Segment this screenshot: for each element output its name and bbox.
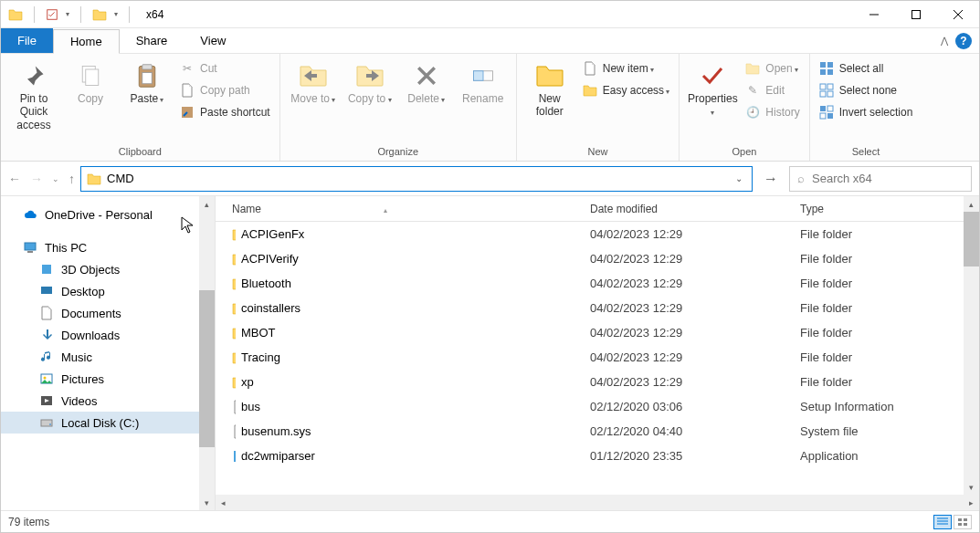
column-date[interactable]: Date modified bbox=[590, 203, 773, 215]
scroll-down-icon[interactable]: ▾ bbox=[964, 479, 979, 495]
tree-item[interactable]: Music bbox=[1, 346, 215, 368]
file-row[interactable]: coinstallers04/02/2023 12:29File folder bbox=[216, 296, 979, 320]
invert-selection-icon bbox=[819, 105, 834, 120]
horizontal-scrollbar[interactable]: ◂ ▸ bbox=[216, 495, 979, 510]
svg-rect-15 bbox=[820, 69, 826, 75]
scroll-up-icon[interactable]: ▴ bbox=[199, 196, 215, 212]
search-box[interactable]: ⌕ Search x64 bbox=[789, 166, 972, 192]
copy-icon bbox=[76, 61, 105, 90]
easy-access-button[interactable]: Easy access bbox=[579, 79, 674, 101]
up-button[interactable]: ↑ bbox=[68, 172, 75, 186]
collapse-ribbon-icon[interactable]: ⋀ bbox=[941, 36, 948, 46]
status-bar: 79 items bbox=[1, 510, 979, 532]
scroll-thumb[interactable] bbox=[964, 212, 979, 266]
new-folder-button[interactable]: New folder bbox=[522, 57, 577, 122]
scroll-down-icon[interactable]: ▾ bbox=[199, 495, 215, 510]
inf-icon bbox=[216, 400, 236, 414]
qat-dropdown-2[interactable]: ▾ bbox=[114, 10, 118, 18]
file-row[interactable]: busenum.sys02/12/2020 04:40System file bbox=[216, 419, 979, 444]
svg-rect-25 bbox=[42, 265, 51, 274]
tree-item[interactable]: OneDrive - Personal bbox=[1, 204, 215, 225]
address-input[interactable] bbox=[107, 172, 726, 185]
svg-rect-21 bbox=[820, 106, 826, 111]
close-button[interactable] bbox=[937, 1, 979, 28]
file-date: 04/02/2023 12:29 bbox=[590, 227, 773, 241]
cut-icon: ✂ bbox=[180, 61, 195, 76]
column-type[interactable]: Type bbox=[773, 203, 979, 215]
share-tab[interactable]: Share bbox=[120, 28, 184, 53]
tree-item[interactable]: Local Disk (C:) bbox=[1, 412, 215, 434]
history-button[interactable]: 🕘History bbox=[742, 101, 803, 123]
navigation-pane[interactable]: OneDrive - PersonalThis PC3D ObjectsDesk… bbox=[1, 196, 216, 510]
column-headers[interactable]: Name▴ Date modified Type bbox=[216, 196, 979, 222]
paste-shortcut-button[interactable]: Paste shortcut bbox=[176, 101, 274, 123]
edit-button[interactable]: ✎Edit bbox=[742, 79, 803, 101]
tree-item[interactable]: Desktop bbox=[1, 280, 215, 302]
details-view-button[interactable] bbox=[933, 515, 952, 529]
help-button[interactable]: ? bbox=[955, 33, 972, 49]
svg-rect-23 bbox=[820, 113, 826, 119]
file-row[interactable]: ACPIGenFx04/02/2023 12:29File folder bbox=[216, 222, 979, 246]
scroll-thumb[interactable] bbox=[199, 290, 215, 447]
home-tab[interactable]: Home bbox=[53, 29, 120, 54]
select-none-button[interactable]: Select none bbox=[816, 79, 917, 101]
tree-item[interactable]: 3D Objects bbox=[1, 258, 215, 280]
cut-button[interactable]: ✂Cut bbox=[176, 57, 274, 79]
qat-properties-icon[interactable] bbox=[46, 8, 58, 21]
paste-button[interactable]: Paste bbox=[120, 57, 174, 109]
ribbon-group-select: Select all Select none Invert selection … bbox=[810, 54, 922, 161]
invert-selection-button[interactable]: Invert selection bbox=[816, 101, 917, 123]
file-row[interactable]: Bluetooth04/02/2023 12:29File folder bbox=[216, 271, 979, 296]
file-row[interactable]: Tracing04/02/2023 12:29File folder bbox=[216, 345, 979, 370]
tree-item[interactable]: Documents bbox=[1, 302, 215, 324]
move-to-button[interactable]: Move to bbox=[286, 57, 341, 109]
address-bar[interactable]: ⌄ bbox=[80, 166, 753, 192]
rename-button[interactable]: Rename bbox=[456, 57, 511, 109]
go-button[interactable]: → bbox=[758, 166, 784, 192]
file-name: coinstallers bbox=[236, 301, 590, 315]
ribbon-group-clipboard: Pin to Quick access Copy Paste ✂Cut Copy… bbox=[1, 54, 280, 161]
file-row[interactable]: xp04/02/2023 12:29File folder bbox=[216, 370, 979, 394]
ribbon-group-open: Properties Open ✎Edit 🕘History Open bbox=[680, 54, 809, 161]
scroll-left-icon[interactable]: ◂ bbox=[216, 495, 231, 510]
file-row[interactable]: bus02/12/2020 03:06Setup Information bbox=[216, 394, 979, 419]
large-icons-view-button[interactable] bbox=[954, 515, 972, 529]
scroll-right-icon[interactable]: ▸ bbox=[964, 495, 979, 510]
copy-to-button[interactable]: Copy to bbox=[342, 57, 397, 109]
file-type: File folder bbox=[773, 227, 979, 241]
copy-path-button[interactable]: Copy path bbox=[176, 79, 274, 101]
address-dropdown[interactable]: ⌄ bbox=[732, 173, 746, 183]
scroll-up-icon[interactable]: ▴ bbox=[964, 196, 979, 212]
tree-item[interactable]: This PC bbox=[1, 236, 215, 258]
open-button[interactable]: Open bbox=[742, 57, 803, 79]
back-button[interactable]: ← bbox=[8, 172, 21, 186]
file-row[interactable]: MBOT04/02/2023 12:29File folder bbox=[216, 320, 979, 345]
tree-item[interactable]: Downloads bbox=[1, 324, 215, 346]
pin-quick-access-button[interactable]: Pin to Quick access bbox=[6, 57, 61, 135]
tree-item[interactable]: Pictures bbox=[1, 368, 215, 390]
properties-button[interactable]: Properties bbox=[685, 57, 740, 122]
new-item-button[interactable]: New item bbox=[579, 57, 674, 79]
svg-rect-16 bbox=[827, 69, 833, 75]
easy-access-icon bbox=[583, 83, 597, 98]
svg-rect-12 bbox=[473, 71, 483, 81]
file-type: Application bbox=[773, 449, 979, 463]
delete-button[interactable]: Delete bbox=[399, 57, 454, 109]
maximize-button[interactable] bbox=[895, 1, 937, 28]
properties-icon bbox=[698, 61, 727, 90]
column-name[interactable]: Name▴ bbox=[216, 203, 590, 215]
file-row[interactable]: dc2wmiparser01/12/2020 23:35Application bbox=[216, 444, 979, 468]
tree-scrollbar[interactable]: ▴ ▾ bbox=[199, 196, 215, 510]
forward-button[interactable]: → bbox=[30, 172, 43, 186]
minimize-button[interactable] bbox=[853, 1, 895, 28]
vertical-scrollbar[interactable]: ▴ ▾ bbox=[964, 196, 979, 495]
view-tab[interactable]: View bbox=[184, 28, 242, 53]
recent-locations-button[interactable]: ⌄ bbox=[52, 174, 59, 183]
tree-item[interactable]: Videos bbox=[1, 390, 215, 412]
qat-dropdown[interactable]: ▾ bbox=[66, 10, 69, 18]
file-tab[interactable]: File bbox=[1, 28, 53, 53]
file-row[interactable]: ACPIVerify04/02/2023 12:29File folder bbox=[216, 246, 979, 271]
select-all-button[interactable]: Select all bbox=[816, 57, 917, 79]
videos-icon bbox=[39, 393, 54, 408]
copy-button[interactable]: Copy bbox=[63, 57, 118, 109]
